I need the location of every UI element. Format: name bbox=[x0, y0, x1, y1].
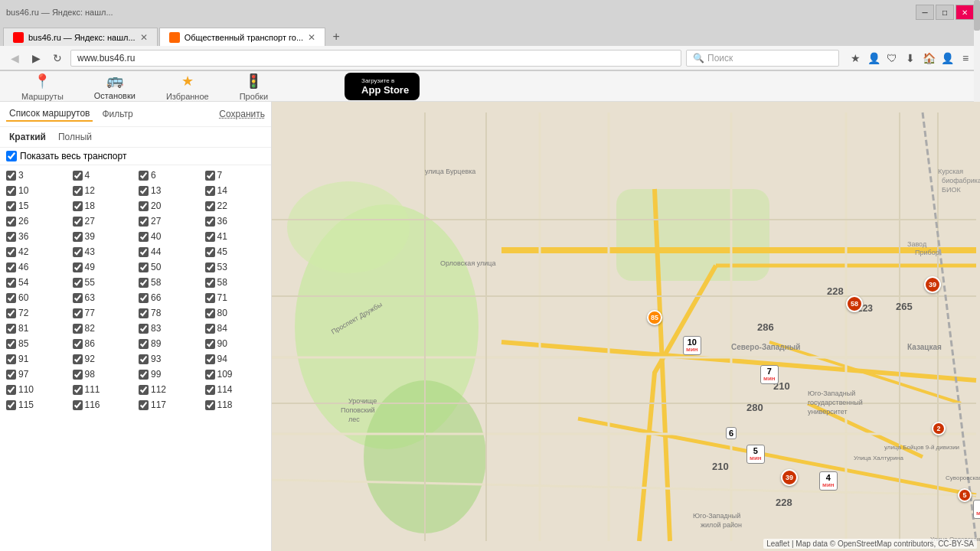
route-item[interactable]: 12 bbox=[71, 184, 135, 197]
route-checkbox[interactable] bbox=[139, 247, 149, 257]
sidebar-tab-filter[interactable]: Фильтр bbox=[99, 107, 136, 121]
route-item[interactable]: 41 bbox=[204, 230, 267, 243]
route-checkbox[interactable] bbox=[205, 339, 215, 349]
search-bar[interactable]: 🔍 Поиск bbox=[686, 50, 839, 67]
route-checkbox[interactable] bbox=[73, 217, 83, 227]
route-item[interactable]: 20 bbox=[137, 199, 201, 213]
route-item[interactable]: 114 bbox=[204, 383, 267, 396]
route-checkbox[interactable] bbox=[6, 232, 16, 242]
route-checkbox[interactable] bbox=[73, 186, 83, 196]
route-checkbox[interactable] bbox=[205, 400, 215, 410]
route-item[interactable]: 89 bbox=[137, 337, 201, 350]
forward-button[interactable]: ▶ bbox=[28, 50, 44, 67]
route-item[interactable]: 115 bbox=[5, 398, 68, 412]
route-checkbox[interactable] bbox=[205, 186, 215, 196]
route-item[interactable]: 22 bbox=[204, 199, 267, 213]
route-checkbox[interactable] bbox=[139, 293, 149, 303]
stop-marker-39-top[interactable]: 39 bbox=[924, 276, 941, 293]
route-item[interactable]: 27 bbox=[71, 214, 135, 228]
route-checkbox[interactable] bbox=[73, 370, 83, 380]
route-item[interactable]: 81 bbox=[5, 321, 68, 335]
route-checkbox[interactable] bbox=[139, 217, 149, 227]
stop-marker-2[interactable]: 2 bbox=[932, 422, 946, 435]
app-store-button[interactable]: Загрузите в App Store bbox=[345, 73, 420, 100]
show-all-checkbox-label[interactable]: Показать весь транспорт bbox=[6, 151, 126, 161]
route-item[interactable]: 50 bbox=[137, 260, 201, 274]
route-item[interactable]: 54 bbox=[5, 276, 68, 289]
route-item[interactable]: 46 bbox=[5, 260, 68, 274]
route-item[interactable]: 116 bbox=[71, 398, 135, 412]
route-item[interactable]: 94 bbox=[204, 352, 267, 366]
route-item[interactable]: 26 bbox=[5, 214, 68, 228]
bus-marker-10[interactable]: 10 мин bbox=[683, 336, 701, 355]
stop-marker-85[interactable]: 85 bbox=[647, 310, 662, 331]
map-container[interactable]: Орловская улица Проспект Дружбы Северо-З… bbox=[272, 102, 980, 551]
stop-marker-58[interactable]: 58 bbox=[846, 295, 863, 312]
route-checkbox[interactable] bbox=[139, 278, 149, 288]
route-checkbox[interactable] bbox=[205, 385, 215, 395]
route-checkbox[interactable] bbox=[6, 400, 16, 410]
route-checkbox[interactable] bbox=[73, 278, 83, 288]
route-item[interactable]: 85 bbox=[5, 337, 68, 350]
route-checkbox[interactable] bbox=[139, 201, 149, 211]
route-checkbox[interactable] bbox=[6, 262, 16, 272]
route-checkbox[interactable] bbox=[6, 308, 16, 318]
route-item[interactable]: 71 bbox=[204, 291, 267, 305]
route-checkbox[interactable] bbox=[73, 201, 83, 211]
route-item[interactable]: 109 bbox=[204, 367, 267, 381]
bus-marker-6[interactable]: 6 bbox=[726, 427, 737, 439]
route-item[interactable]: 111 bbox=[71, 383, 135, 396]
shield-icon[interactable]: 🛡 bbox=[884, 50, 900, 67]
route-checkbox[interactable] bbox=[6, 171, 16, 181]
route-item[interactable]: 55 bbox=[71, 276, 135, 289]
route-checkbox[interactable] bbox=[205, 324, 215, 334]
route-item[interactable]: 112 bbox=[137, 383, 201, 396]
route-item[interactable]: 72 bbox=[5, 306, 68, 320]
route-checkbox[interactable] bbox=[139, 262, 149, 272]
stop-marker-5[interactable]: 5 bbox=[958, 488, 972, 502]
back-button[interactable]: ◀ bbox=[6, 50, 23, 67]
nav-routes[interactable]: 📍 Маршруты bbox=[6, 69, 79, 104]
minimize-button[interactable]: ─ bbox=[916, 5, 934, 20]
route-item[interactable]: 118 bbox=[204, 398, 267, 412]
route-item[interactable]: 36 bbox=[204, 214, 267, 228]
nav-favorites[interactable]: ★ Избранное bbox=[151, 69, 224, 104]
route-item[interactable]: 98 bbox=[71, 367, 135, 381]
download-icon[interactable]: ⬇ bbox=[902, 50, 919, 67]
sidebar-save-button[interactable]: Сохранить bbox=[219, 109, 265, 119]
route-item[interactable]: 60 bbox=[5, 291, 68, 305]
new-tab-button[interactable]: + bbox=[327, 28, 345, 46]
route-checkbox[interactable] bbox=[205, 171, 215, 181]
route-checkbox[interactable] bbox=[139, 354, 149, 364]
tab-bus46[interactable]: Общественный транспорт го... ✕ bbox=[159, 28, 325, 46]
route-item[interactable]: 6 bbox=[137, 168, 201, 182]
route-checkbox[interactable] bbox=[6, 324, 16, 334]
route-item[interactable]: 39 bbox=[71, 230, 135, 243]
route-item[interactable]: 66 bbox=[137, 291, 201, 305]
route-checkbox[interactable] bbox=[6, 385, 16, 395]
maximize-button[interactable]: □ bbox=[936, 5, 954, 20]
route-checkbox[interactable] bbox=[6, 217, 16, 227]
tab-close-yandex[interactable]: ✕ bbox=[140, 32, 148, 43]
route-item[interactable]: 117 bbox=[137, 398, 201, 412]
route-checkbox[interactable] bbox=[205, 201, 215, 211]
route-checkbox[interactable] bbox=[73, 400, 83, 410]
route-item[interactable]: 91 bbox=[5, 352, 68, 366]
route-item[interactable]: 13 bbox=[137, 184, 201, 197]
view-tab-full[interactable]: Полный bbox=[55, 130, 95, 144]
route-item[interactable]: 40 bbox=[137, 230, 201, 243]
route-checkbox[interactable] bbox=[6, 201, 16, 211]
route-item[interactable]: 15 bbox=[5, 199, 68, 213]
route-checkbox[interactable] bbox=[139, 385, 149, 395]
tab-close-bus46[interactable]: ✕ bbox=[308, 32, 315, 43]
route-item[interactable]: 49 bbox=[71, 260, 135, 274]
route-item[interactable]: 45 bbox=[204, 245, 267, 259]
route-checkbox[interactable] bbox=[205, 370, 215, 380]
bus-marker-4[interactable]: 4 мин bbox=[819, 471, 838, 491]
route-checkbox[interactable] bbox=[6, 354, 16, 364]
view-tab-short[interactable]: Краткий bbox=[6, 130, 49, 144]
route-checkbox[interactable] bbox=[205, 278, 215, 288]
bus-marker-1-top[interactable]: 1 мин bbox=[973, 500, 980, 519]
bus-marker-7[interactable]: 7 мин bbox=[760, 365, 779, 384]
route-checkbox[interactable] bbox=[73, 293, 83, 303]
